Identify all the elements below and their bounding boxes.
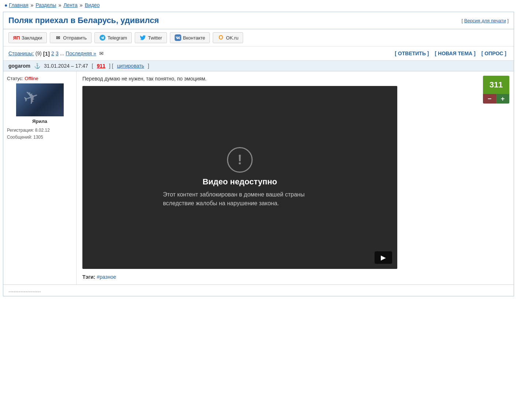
vote-buttons: − + <box>483 94 509 104</box>
share-ok-label: OK.ru <box>226 35 238 41</box>
share-vk-label: Вконтакте <box>183 35 205 41</box>
avatar[interactable] <box>16 83 64 116</box>
youtube-button[interactable]: ▶ <box>375 251 392 264</box>
post-date: 31.01.2024 – 17:47 <box>44 63 88 69</box>
breadcrumb: ● Главная » Разделы » Лента » Видео <box>0 0 517 10</box>
post-header: gogarom ⚓ 31.01.2024 – 17:47 [ 911 ] [ ц… <box>3 61 514 71</box>
breadcrumb-feed[interactable]: Лента <box>63 2 78 8</box>
yandex-icon: ЯП <box>13 34 20 41</box>
breadcrumb-home[interactable]: Главная <box>9 2 28 8</box>
breadcrumb-sections[interactable]: Разделы <box>36 2 56 8</box>
share-yandex-button[interactable]: ЯП Закладки <box>8 32 47 43</box>
post-inner: Статус: Offline Ярила Регистрация: 8.02.… <box>3 71 514 284</box>
share-email-button[interactable]: ✉ Отправить <box>50 32 91 43</box>
post-text: Перевод думаю не нужен, так понятно, по … <box>82 76 508 82</box>
post-divider: ------------------- <box>3 285 514 296</box>
status-value: Offline <box>25 76 38 81</box>
last-page-link[interactable]: Последняя » <box>66 50 96 56</box>
share-email-label: Отправить <box>63 35 86 41</box>
avatar-image <box>16 83 64 116</box>
post-number-link[interactable]: 911 <box>97 63 105 69</box>
pagination-actions: [ ОТВЕТИТЬ ] [ НОВАЯ ТЕМА ] [ ОПРОС ] <box>393 49 509 57</box>
vote-plus-button[interactable]: + <box>496 94 509 104</box>
twitter-icon <box>140 34 146 41</box>
share-telegram-button[interactable]: Telegram <box>94 32 132 43</box>
main-content-box: Поляк приехал в Беларусь, удивился [ Вер… <box>3 12 514 296</box>
video-container[interactable]: ! Видео недоступно Этот контент заблокир… <box>82 86 397 269</box>
vote-widget: 311 − + <box>483 76 509 104</box>
home-icon: ● <box>4 2 7 8</box>
status-label: Статус: <box>7 76 23 81</box>
post-bracket-open: [ <box>92 63 93 69</box>
share-telegram-label: Telegram <box>108 35 127 41</box>
new-topic-action[interactable]: [ НОВАЯ ТЕМА ] <box>433 49 478 57</box>
post-wrapper: gogarom ⚓ 31.01.2024 – 17:47 [ 911 ] [ ц… <box>3 61 514 285</box>
vote-minus-button[interactable]: − <box>483 94 496 104</box>
share-vk-button[interactable]: Вконтакте <box>170 32 210 43</box>
print-link[interactable]: Версия для печати <box>464 18 506 23</box>
pagination-left: Страницы: (9) [1] 2 3 ... Последняя » ✉ <box>8 50 104 57</box>
share-ok-button[interactable]: О OK.ru <box>213 32 243 43</box>
video-unavailable-text: Видео недоступно Этот контент заблокиров… <box>163 177 317 208</box>
post-username[interactable]: gogarom <box>8 63 30 69</box>
video-unavailable-title: Видео недоступно <box>163 177 317 187</box>
vote-count: 311 <box>483 76 509 94</box>
post-content: 311 − + Перевод думаю не нужен, так поня… <box>77 71 514 284</box>
pagination-ellipsis: ... <box>60 50 64 56</box>
vk-icon <box>175 34 181 41</box>
video-error-icon: ! <box>227 147 253 173</box>
quote-action[interactable]: цитировать <box>117 63 144 69</box>
share-twitter-label: Twitter <box>148 35 162 41</box>
reg-info: Регистрация: 8.02.12 <box>7 127 50 134</box>
user-status: Статус: Offline <box>7 76 38 81</box>
msg-info: Сообщений: 1305 <box>7 134 50 141</box>
post-bracket-close: ] <box>148 63 149 69</box>
tags-line: Тэги: #разное <box>82 274 508 280</box>
user-title: Ярила <box>32 119 47 124</box>
page-title: Поляк приехал в Беларусь, удивился <box>8 16 159 25</box>
pagination-mail-icon[interactable]: ✉ <box>99 50 104 56</box>
breadcrumb-video[interactable]: Видео <box>85 2 100 8</box>
print-link-container: [ Версия для печати ] <box>461 18 509 23</box>
share-yandex-label: Закладки <box>22 35 42 41</box>
share-twitter-button[interactable]: Twitter <box>135 32 167 43</box>
pagination-bar: Страницы: (9) [1] 2 3 ... Последняя » ✉ … <box>3 46 514 61</box>
post-number: 911 <box>97 63 105 69</box>
ok-icon: О <box>217 34 224 41</box>
tags-label: Тэги: <box>82 274 95 280</box>
tag-raznoye[interactable]: #разное <box>97 274 116 280</box>
email-icon: ✉ <box>55 34 61 41</box>
page-3-link[interactable]: 3 <box>56 50 59 56</box>
share-bar: ЯП Закладки ✉ Отправить Telegram Twitter… <box>3 29 514 46</box>
breadcrumb-sep-1: » <box>31 2 35 8</box>
breadcrumb-sep-2: » <box>58 2 63 8</box>
pages-label[interactable]: Страницы: <box>8 50 34 56</box>
total-pages: (9) <box>36 50 42 56</box>
current-page: [1] <box>43 50 50 57</box>
video-unavailable-desc: Этот контент заблокирован в домене вашей… <box>163 190 317 208</box>
post-bracket-mid: ] [ <box>109 63 114 69</box>
poll-action[interactable]: [ ОПРОС ] <box>479 49 509 57</box>
anchor-icon: ⚓ <box>34 63 40 69</box>
quote-link: цитировать <box>117 63 144 69</box>
title-bar: Поляк приехал в Беларусь, удивился [ Вер… <box>3 12 514 29</box>
user-info: Регистрация: 8.02.12 Сообщений: 1305 <box>7 127 50 141</box>
video-unavailable: ! Видео недоступно Этот контент заблокир… <box>163 147 317 208</box>
post-sidebar: Статус: Offline Ярила Регистрация: 8.02.… <box>3 71 77 284</box>
page-2-link[interactable]: 2 <box>51 50 54 56</box>
telegram-icon <box>99 34 106 41</box>
breadcrumb-sep-3: » <box>80 2 84 8</box>
reply-action[interactable]: [ ОТВЕТИТЬ ] <box>393 49 431 57</box>
